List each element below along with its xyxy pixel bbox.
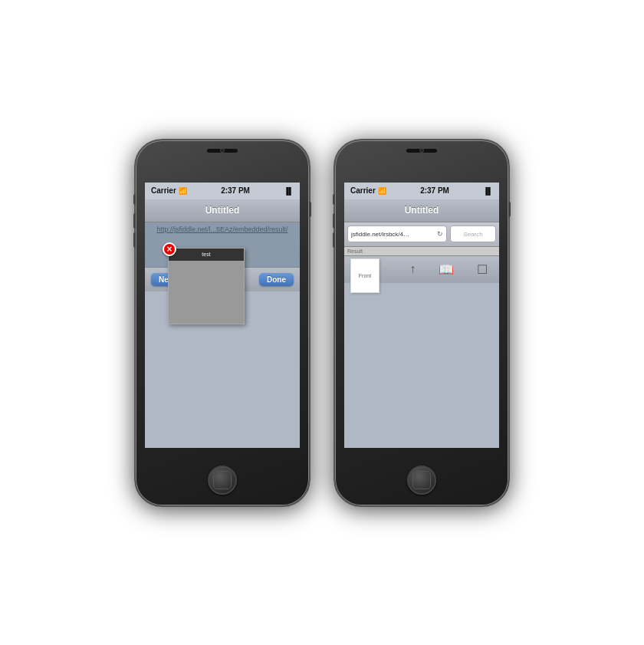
wifi-icon: 📶 [179, 187, 187, 195]
front-card-label: Front [359, 273, 371, 278]
time-display: 2:37 PM [221, 186, 250, 195]
phone-1: Carrier 📶 2:37 PM ▐▌ Untitled http://jsf… [134, 139, 310, 507]
home-button-2[interactable] [407, 466, 436, 495]
phone-1-body: Carrier 📶 2:37 PM ▐▌ Untitled http://jsf… [134, 139, 310, 507]
status-bar-2: Carrier 📶 2:37 PM ▐▌ [344, 183, 499, 199]
tab-card-body [169, 261, 244, 324]
url-text: jsfiddle.net/lrsbck/45EA [351, 231, 412, 238]
forward-button[interactable]: › [383, 262, 386, 276]
nav-bar-2: Untitled [344, 199, 499, 222]
front-card: Front [350, 258, 380, 293]
done-button[interactable]: Done [259, 273, 294, 286]
search-placeholder: Search [463, 231, 482, 238]
volume-down-button-2[interactable] [333, 232, 335, 248]
phone-2-screen: Carrier 📶 2:37 PM ▐▌ Untitled jsfiddle.n… [344, 183, 499, 448]
tab-card-header: test [169, 248, 244, 261]
page-title-2: Untitled [405, 205, 439, 216]
url-bar: jsfiddle.net/lrsbck/45EA ↻ Search [344, 222, 499, 247]
mute-switch[interactable] [133, 194, 136, 205]
tabs-area: × test [145, 236, 300, 267]
search-field[interactable]: Search [450, 225, 496, 242]
carrier-label-2: Carrier [350, 186, 376, 195]
battery-icon-2: ▐▌ [483, 187, 493, 195]
close-icon: × [166, 244, 172, 255]
volume-down-button[interactable] [133, 232, 136, 248]
content-area-2: Result Front [344, 247, 499, 255]
mute-switch-2[interactable] [333, 194, 335, 205]
home-button[interactable] [208, 466, 237, 495]
tab-title: test [202, 252, 210, 257]
nav-bar: Untitled [145, 199, 300, 222]
front-camera-2 [419, 148, 424, 153]
url-display: http://jsfiddle.net/l...5EAz/embedded/re… [145, 222, 300, 236]
volume-up-button[interactable] [133, 213, 136, 229]
reload-icon[interactable]: ↻ [437, 230, 443, 238]
phone-2-body: Carrier 📶 2:37 PM ▐▌ Untitled jsfiddle.n… [334, 139, 510, 507]
close-tab-button[interactable]: × [163, 242, 176, 256]
phone-2: Carrier 📶 2:37 PM ▐▌ Untitled jsfiddle.n… [334, 139, 510, 507]
battery-icon: ▐▌ [284, 187, 294, 195]
power-button[interactable] [309, 202, 311, 217]
wifi-icon-2: 📶 [378, 187, 386, 195]
tabs-button[interactable]: ☐ [477, 262, 488, 277]
front-camera [220, 148, 225, 153]
content-area-1: http://jsfiddle.net/l...5EAz/embedded/re… [145, 222, 300, 291]
bookmarks-button[interactable]: 📖 [439, 262, 454, 277]
page-title: Untitled [205, 205, 240, 216]
carrier-label: Carrier [151, 186, 176, 195]
time-display-2: 2:37 PM [420, 186, 449, 195]
carrier-text: Carrier 📶 [151, 186, 187, 195]
home-button-inner [213, 471, 232, 489]
result-label: Result [344, 247, 499, 255]
home-button-inner-2 [412, 471, 431, 489]
status-bar: Carrier 📶 2:37 PM ▐▌ [145, 183, 300, 199]
volume-up-button-2[interactable] [333, 213, 335, 229]
tab-card[interactable]: test [168, 248, 245, 324]
phone-1-screen: Carrier 📶 2:37 PM ▐▌ Untitled http://jsf… [145, 183, 300, 448]
share-button[interactable]: ↑ [409, 262, 416, 276]
power-button-2[interactable] [508, 202, 511, 217]
carrier-text-2: Carrier 📶 [350, 186, 386, 195]
url-field[interactable]: jsfiddle.net/lrsbck/45EA ↻ [347, 225, 447, 242]
